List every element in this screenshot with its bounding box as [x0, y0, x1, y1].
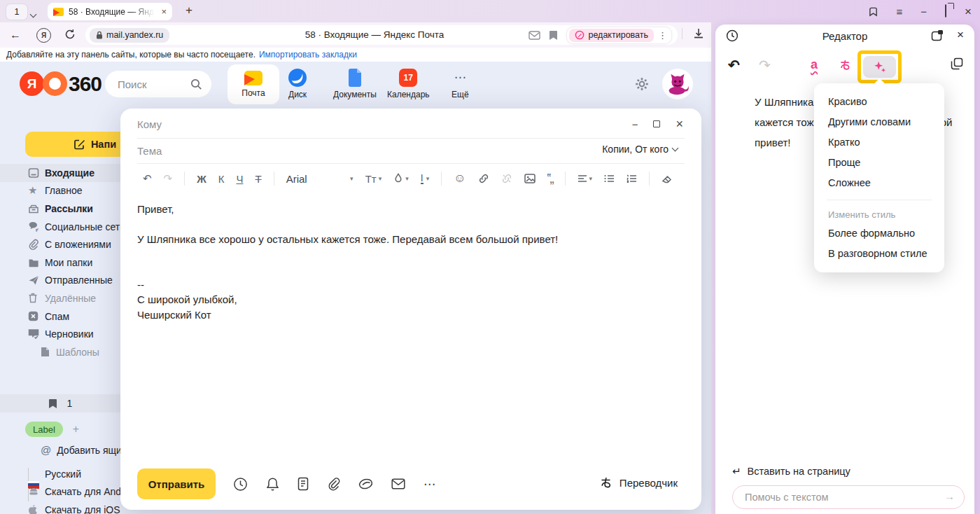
sidebar-item-spam[interactable]: Спам	[0, 307, 120, 326]
tab-close-icon[interactable]: ×	[161, 7, 167, 16]
app-disk[interactable]: Диск	[288, 69, 307, 99]
address-bar[interactable]: mail.yandex.ru 58 · Входящие — Яндекс По…	[85, 25, 678, 45]
edit-chip[interactable]: редактировать	[569, 29, 654, 42]
template-notes-icon[interactable]	[298, 477, 309, 491]
text-color-button[interactable]: I▾	[421, 174, 429, 184]
search-input[interactable]	[116, 78, 189, 91]
sidebar-item-deleted[interactable]: Удалённые	[0, 289, 120, 307]
label-tag[interactable]: Label	[25, 422, 63, 437]
downloads-icon[interactable]	[693, 28, 704, 40]
add-label-icon[interactable]: +	[73, 423, 79, 436]
send-later-clock-icon[interactable]	[233, 477, 248, 492]
sidebar-toggle-icon[interactable]	[868, 6, 878, 17]
underline-button[interactable]: Ч	[236, 173, 243, 185]
numbered-list-icon[interactable]	[626, 174, 637, 183]
more-actions-icon[interactable]: ⋯	[424, 477, 435, 492]
download-android-link[interactable]: Скачать для Andro	[0, 483, 120, 501]
menu-item-casual[interactable]: В разговорном стиле	[814, 244, 944, 264]
add-mailbox-link[interactable]: @ Добавить ящик	[41, 444, 120, 456]
spellcheck-icon[interactable]: a	[811, 57, 818, 72]
sidebar-item-inbox[interactable]: Входящие	[0, 164, 120, 182]
emoji-icon[interactable]: ☺	[454, 172, 465, 186]
font-family-select[interactable]: Arial ▾	[286, 173, 354, 185]
unlink-icon[interactable]	[501, 173, 512, 184]
quote-icon[interactable]: ‟„	[547, 172, 553, 186]
sidebar-item-sent[interactable]: Отправленные	[0, 272, 120, 290]
panel-close-icon[interactable]: ×	[957, 28, 964, 42]
submit-arrow-icon[interactable]: →	[944, 490, 955, 502]
app-calendar[interactable]: 17 Календарь	[387, 69, 430, 99]
mail-notifications-icon[interactable]	[528, 31, 540, 40]
bookmark-page-icon[interactable]	[549, 30, 558, 41]
copy-icon[interactable]	[951, 57, 963, 70]
tab-counter[interactable]: 1	[6, 4, 28, 20]
browser-menu-icon[interactable]: ≡	[897, 6, 903, 17]
window-restore-icon[interactable]	[945, 5, 946, 18]
redo-icon[interactable]: ↷	[164, 172, 173, 185]
menu-item-rephrase[interactable]: Другими словами	[814, 112, 944, 132]
new-tab-button[interactable]: +	[181, 2, 197, 19]
undo-icon[interactable]: ↶	[143, 172, 152, 185]
language-link[interactable]: Русский	[0, 465, 120, 483]
tab-list-chevron-icon[interactable]	[31, 7, 36, 20]
import-bookmarks-link[interactable]: Импортировать закладки	[259, 50, 357, 60]
link-icon[interactable]	[478, 173, 489, 184]
highlight-color-button[interactable]: ▾	[393, 173, 409, 184]
compose-button[interactable]: Напи	[25, 132, 120, 157]
menu-item-complexify[interactable]: Сложнее	[814, 173, 944, 193]
sidebar-item-drafts[interactable]: Черновики	[0, 325, 120, 343]
app-more[interactable]: ⋯ Ещё	[451, 69, 469, 99]
domain-chip[interactable]: mail.yandex.ru	[90, 28, 169, 43]
message-body[interactable]: Привет, У Шляпника все хорошо у остальны…	[137, 202, 673, 322]
panel-translate-icon[interactable]	[839, 58, 852, 71]
search-box[interactable]	[105, 71, 211, 97]
window-minimize-icon[interactable]: −	[920, 6, 927, 17]
edit-extension-pill[interactable]: редактировать ⋮	[566, 27, 672, 44]
compose-minimize-icon[interactable]: −	[632, 119, 638, 130]
notify-bell-icon[interactable]	[266, 477, 279, 492]
sidebar-item-templates[interactable]: Шаблоны	[0, 343, 120, 361]
menu-item-beautify[interactable]: Красиво	[814, 92, 944, 112]
strikethrough-button[interactable]: Т	[255, 173, 261, 185]
app-mail[interactable]: Почта	[227, 64, 279, 104]
compose-maximize-icon[interactable]	[653, 120, 660, 127]
align-button[interactable]: ▾	[578, 174, 593, 183]
translator-button[interactable]: Переводчик	[599, 475, 678, 489]
panel-undo-icon[interactable]: ↶	[728, 57, 740, 74]
insert-to-page-button[interactable]: ↵ Вставить на страницу	[732, 465, 850, 478]
send-button[interactable]: Отправить	[137, 468, 216, 499]
app-docs[interactable]: Документы	[333, 69, 377, 99]
sidebar-item-social[interactable]: Социальные сети	[0, 218, 120, 236]
yandex360-logo[interactable]: Я 360	[20, 71, 102, 96]
user-avatar[interactable]	[662, 69, 693, 99]
ai-prompt-box[interactable]: →	[732, 485, 965, 509]
eraser-icon[interactable]	[662, 174, 673, 183]
yandex-badge-icon[interactable]: Я	[36, 28, 51, 43]
attach-file-icon[interactable]	[327, 477, 340, 491]
browser-tab[interactable]: 58 · Входящие — Яндек ×	[48, 3, 172, 20]
menu-item-simplify[interactable]: Проще	[814, 153, 944, 173]
settings-gear-icon[interactable]	[634, 76, 650, 92]
bullet-list-icon[interactable]	[604, 174, 615, 183]
sidebar-item-my-folders[interactable]: Мои папки	[0, 253, 120, 272]
edit-pill-more-icon[interactable]: ⋮	[658, 30, 667, 41]
compose-close-icon[interactable]: ×	[676, 118, 683, 130]
saved-bookmark-row[interactable]: 1	[0, 394, 120, 412]
attach-from-disk-icon[interactable]	[358, 478, 373, 490]
sidebar-item-newsletters[interactable]: Рассылки	[0, 200, 120, 218]
font-size-select[interactable]: Тт▾	[365, 173, 382, 185]
sidebar-item-attachments[interactable]: С вложениями	[0, 235, 120, 253]
search-icon[interactable]	[190, 78, 202, 90]
envelope-icon[interactable]	[391, 478, 405, 489]
subject-field[interactable]: Тема	[137, 145, 162, 157]
window-close-icon[interactable]: ×	[965, 6, 972, 18]
to-field[interactable]: Кому	[137, 118, 162, 130]
ai-prompt-input[interactable]	[743, 491, 928, 503]
download-ios-link[interactable]: Скачать для iOS	[0, 501, 120, 514]
open-in-window-icon[interactable]	[931, 29, 944, 41]
bold-button[interactable]: Ж	[197, 173, 206, 185]
sidebar-item-main[interactable]: ★ Главное	[0, 182, 120, 200]
insert-image-icon[interactable]	[524, 174, 536, 183]
panel-redo-icon[interactable]: ↷	[759, 57, 771, 74]
menu-item-formal[interactable]: Более формально	[814, 223, 944, 244]
